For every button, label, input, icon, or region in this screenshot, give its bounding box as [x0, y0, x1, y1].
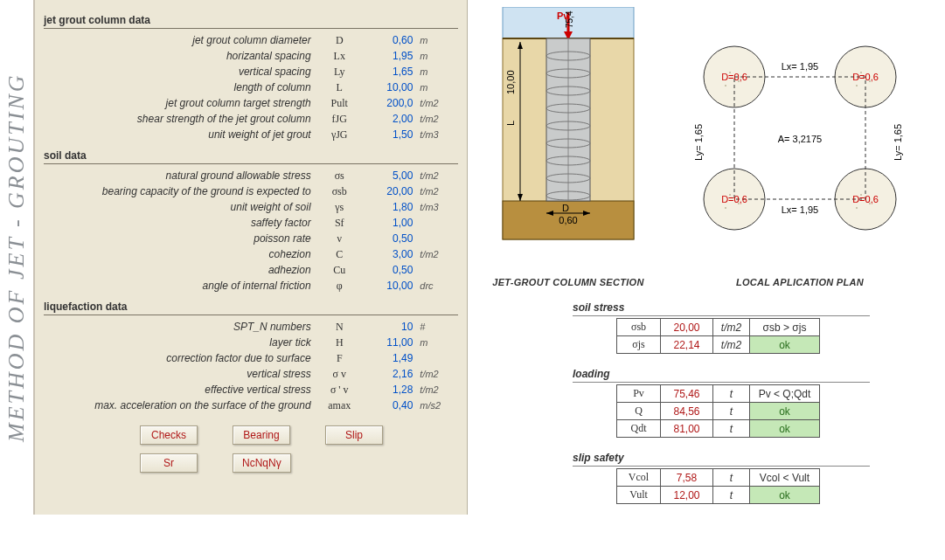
row-label: jet grout column diameter: [44, 32, 315, 48]
soil-stress-table: σsb20,00t/m2σsb > σjsσjs22,14t/m2ok: [616, 318, 820, 354]
row-label: saffety factor: [44, 215, 315, 231]
check-row: Pv75,46tPv < Q;Qdt: [617, 385, 820, 403]
row-symbol: σs: [315, 168, 365, 183]
section-liq-title: liquefaction data: [44, 301, 458, 315]
row-value[interactable]: 10,00: [365, 278, 417, 294]
svg-text:D=0,6: D=0,6: [721, 72, 747, 82]
data-row: vertical stressσ v2,16t/m2: [44, 366, 458, 382]
row-value[interactable]: 5,00: [365, 168, 417, 183]
data-row: correction factor due to surfaceF1,49: [44, 350, 458, 366]
row-symbol: F: [315, 350, 365, 366]
data-row: unit weight of soilγs1,80t/m3: [44, 199, 458, 215]
column-section-figure: Pv 75,4: [485, 7, 651, 287]
check-value: 7,58: [661, 469, 713, 487]
check-symbol: σsb: [617, 319, 661, 336]
soil-stress-title: soil stress: [573, 301, 870, 316]
column-section-caption: JET-GROUT COLUMN SECTION: [485, 277, 651, 287]
row-label: poisson rate: [44, 231, 315, 246]
row-value[interactable]: 200,0: [365, 95, 417, 111]
slip-table: Vcol7,58tVcol < VultVult12,00tok: [616, 468, 820, 504]
svg-text:Lx= 1,95: Lx= 1,95: [782, 61, 819, 72]
data-row: effective vertical stressσ ' v1,28t/m2: [44, 382, 458, 398]
data-row: adhezionCu0,50: [44, 262, 458, 278]
row-symbol: H: [315, 335, 365, 350]
row-value[interactable]: 1,49: [365, 350, 417, 366]
row-value[interactable]: 10,00: [365, 80, 417, 95]
loading-table: Pv75,46tPv < Q;QdtQ84,56tokQdt81,00tok: [616, 384, 820, 438]
row-value[interactable]: 2,16: [365, 366, 417, 382]
sr-button[interactable]: Sr: [140, 453, 198, 473]
row-unit: [416, 350, 458, 366]
data-row: jet grout column target strengthPult200,…: [44, 95, 458, 111]
check-value: 22,14: [661, 336, 713, 354]
data-row: cohezionC3,00t/m2: [44, 246, 458, 262]
row-unit: t/m3: [416, 127, 458, 142]
ncnqny-button[interactable]: NcNqNγ: [233, 453, 291, 473]
row-value[interactable]: 0,50: [365, 231, 417, 246]
output-panel: Pv 75,4: [468, 0, 945, 515]
data-row: angle of internal frictionφ10,00drc: [44, 278, 458, 294]
row-unit: t/m2: [416, 366, 458, 382]
row-label: effective vertical stress: [44, 382, 315, 398]
slip-button[interactable]: Slip: [325, 425, 383, 445]
row-value[interactable]: 1,00: [365, 215, 417, 231]
row-unit: [416, 231, 458, 246]
row-symbol: fJG: [315, 111, 365, 127]
row-value[interactable]: 1,95: [365, 48, 417, 64]
row-unit: [416, 215, 458, 231]
row-unit: m: [416, 64, 458, 80]
svg-text:D=0,6: D=0,6: [852, 194, 879, 204]
check-value: 75,46: [661, 385, 713, 403]
row-value[interactable]: 1,28: [365, 382, 417, 398]
row-unit: t/m3: [416, 199, 458, 215]
checks-button[interactable]: Checks: [140, 425, 198, 445]
data-row: natural ground allowable stressσs5,00t/m…: [44, 168, 458, 183]
row-value[interactable]: 20,00: [365, 183, 417, 199]
check-row: Vcol7,58tVcol < Vult: [617, 469, 820, 487]
soil-table: natural ground allowable stressσs5,00t/m…: [44, 168, 458, 294]
bearing-button[interactable]: Bearing: [233, 425, 290, 445]
row-label: cohezion: [44, 246, 315, 262]
row-value[interactable]: 3,00: [365, 246, 417, 262]
row-value[interactable]: 11,00: [365, 335, 417, 350]
row-value[interactable]: 0,50: [365, 262, 417, 278]
check-row: σsb20,00t/m2σsb > σjs: [617, 319, 820, 336]
row-symbol: ν: [315, 231, 365, 246]
row-label: layer tick: [44, 335, 315, 350]
row-value[interactable]: 2,00: [365, 111, 417, 127]
check-unit: t/m2: [713, 319, 750, 336]
check-unit: t: [713, 385, 750, 403]
svg-text:75,4: 75,4: [565, 10, 574, 28]
row-value[interactable]: 0,40: [365, 398, 417, 413]
svg-text:D=0,6: D=0,6: [721, 194, 747, 204]
data-row: layer tickH11,00m: [44, 335, 458, 350]
svg-text:Ly= 1,65: Ly= 1,65: [693, 124, 704, 161]
data-row: shear strength of the jet grout columnfJ…: [44, 111, 458, 127]
row-value[interactable]: 1,50: [365, 127, 417, 142]
data-row: unit weight of jet groutγJG1,50t/m3: [44, 127, 458, 142]
row-value[interactable]: 1,80: [365, 199, 417, 215]
row-label: length of column: [44, 80, 315, 95]
row-value[interactable]: 1,65: [365, 64, 417, 80]
row-unit: t/m2: [416, 95, 458, 111]
row-value[interactable]: 10: [365, 319, 417, 335]
check-value: 12,00: [661, 487, 713, 504]
data-row: SPT_N numbersN10#: [44, 319, 458, 335]
row-value[interactable]: 0,60: [365, 32, 417, 48]
row-symbol: σsb: [315, 183, 365, 199]
data-row: bearing capacity of the ground is expect…: [44, 183, 458, 199]
row-unit: t/m2: [416, 382, 458, 398]
check-condition: Vcol < Vult: [750, 469, 820, 487]
check-condition: ok: [750, 487, 820, 504]
check-row: Vult12,00tok: [617, 487, 820, 504]
svg-text:Lx= 1,95: Lx= 1,95: [782, 204, 819, 215]
row-symbol: σ ' v: [315, 382, 365, 398]
row-label: correction factor due to surface: [44, 350, 315, 366]
row-label: shear strength of the jet grout column: [44, 111, 315, 127]
row-unit: m: [416, 80, 458, 95]
svg-text:D=0,6: D=0,6: [852, 72, 879, 82]
check-unit: t: [713, 469, 750, 487]
slip-title: slip safety: [573, 452, 870, 467]
row-unit: [416, 262, 458, 278]
row-label: adhezion: [44, 262, 315, 278]
